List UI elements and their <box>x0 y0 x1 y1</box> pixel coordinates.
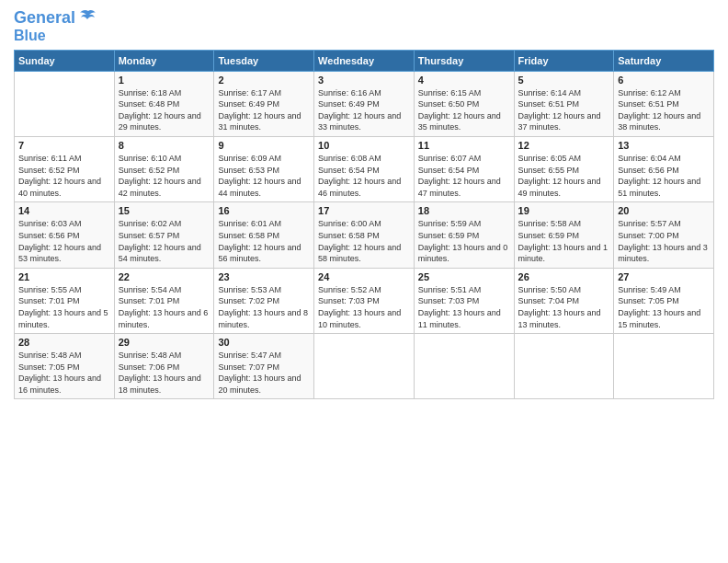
day-number: 22 <box>119 271 210 282</box>
day-info: Sunrise: 6:09 AMSunset: 6:53 PMDaylight:… <box>218 153 310 199</box>
day-info: Sunrise: 6:02 AMSunset: 6:57 PMDaylight:… <box>119 218 210 264</box>
day-info: Sunrise: 6:17 AMSunset: 6:49 PMDaylight:… <box>218 87 310 133</box>
logo-blue-text: Blue <box>14 28 46 44</box>
logo-text: General <box>14 9 75 28</box>
calendar-cell: 29 Sunrise: 5:48 AMSunset: 7:06 PMDaylig… <box>114 334 214 399</box>
calendar-cell: 15 Sunrise: 6:02 AMSunset: 6:57 PMDaylig… <box>114 202 214 268</box>
day-number: 11 <box>418 140 510 151</box>
day-info: Sunrise: 6:18 AMSunset: 6:48 PMDaylight:… <box>119 87 210 133</box>
calendar-cell: 1 Sunrise: 6:18 AMSunset: 6:48 PMDayligh… <box>114 71 214 136</box>
day-info: Sunrise: 5:48 AMSunset: 7:05 PMDaylight:… <box>18 350 110 396</box>
day-number: 15 <box>119 205 210 216</box>
day-info: Sunrise: 6:05 AMSunset: 6:55 PMDaylight:… <box>518 153 610 199</box>
day-number: 24 <box>318 271 410 282</box>
day-number: 5 <box>518 75 610 86</box>
day-info: Sunrise: 6:04 AMSunset: 6:56 PMDaylight:… <box>618 153 710 199</box>
day-number: 9 <box>218 140 310 151</box>
day-header: Tuesday <box>214 50 314 71</box>
day-info: Sunrise: 6:10 AMSunset: 6:52 PMDaylight:… <box>119 153 210 199</box>
day-info: Sunrise: 5:55 AMSunset: 7:01 PMDaylight:… <box>18 284 110 330</box>
day-info: Sunrise: 6:07 AMSunset: 6:54 PMDaylight:… <box>418 153 510 199</box>
calendar-cell: 2 Sunrise: 6:17 AMSunset: 6:49 PMDayligh… <box>214 71 314 136</box>
day-number: 30 <box>218 337 310 348</box>
day-info: Sunrise: 6:01 AMSunset: 6:58 PMDaylight:… <box>218 218 310 264</box>
calendar-cell: 14 Sunrise: 6:03 AMSunset: 6:56 PMDaylig… <box>15 202 115 268</box>
day-info: Sunrise: 5:53 AMSunset: 7:02 PMDaylight:… <box>218 284 310 330</box>
calendar-cell: 8 Sunrise: 6:10 AMSunset: 6:52 PMDayligh… <box>114 136 214 201</box>
day-number: 29 <box>119 337 210 348</box>
calendar-cell: 22 Sunrise: 5:54 AMSunset: 7:01 PMDaylig… <box>114 268 214 333</box>
day-info: Sunrise: 5:47 AMSunset: 7:07 PMDaylight:… <box>218 350 310 396</box>
logo-bird-icon <box>77 9 97 28</box>
calendar-cell: 25 Sunrise: 5:51 AMSunset: 7:03 PMDaylig… <box>414 268 514 333</box>
calendar-cell: 24 Sunrise: 5:52 AMSunset: 7:03 PMDaylig… <box>314 268 415 333</box>
calendar-cell: 16 Sunrise: 6:01 AMSunset: 6:58 PMDaylig… <box>214 202 314 268</box>
day-number: 23 <box>218 271 310 282</box>
day-header: Saturday <box>614 50 714 71</box>
day-number: 28 <box>18 337 110 348</box>
calendar-cell: 10 Sunrise: 6:08 AMSunset: 6:54 PMDaylig… <box>314 136 415 201</box>
calendar-cell <box>414 334 514 399</box>
day-info: Sunrise: 6:15 AMSunset: 6:50 PMDaylight:… <box>418 87 510 133</box>
calendar-cell: 27 Sunrise: 5:49 AMSunset: 7:05 PMDaylig… <box>614 268 714 333</box>
day-info: Sunrise: 5:59 AMSunset: 6:59 PMDaylight:… <box>418 218 510 264</box>
day-number: 18 <box>418 205 510 216</box>
calendar-cell: 5 Sunrise: 6:14 AMSunset: 6:51 PMDayligh… <box>514 71 614 136</box>
day-info: Sunrise: 5:54 AMSunset: 7:01 PMDaylight:… <box>119 284 210 330</box>
day-number: 14 <box>18 205 110 216</box>
day-number: 13 <box>618 140 710 151</box>
calendar-cell: 30 Sunrise: 5:47 AMSunset: 7:07 PMDaylig… <box>214 334 314 399</box>
day-number: 21 <box>18 271 110 282</box>
calendar-cell <box>614 334 714 399</box>
day-info: Sunrise: 5:52 AMSunset: 7:03 PMDaylight:… <box>318 284 410 330</box>
day-number: 2 <box>218 75 310 86</box>
calendar-cell: 13 Sunrise: 6:04 AMSunset: 6:56 PMDaylig… <box>614 136 714 201</box>
day-number: 17 <box>318 205 410 216</box>
day-info: Sunrise: 5:50 AMSunset: 7:04 PMDaylight:… <box>518 284 610 330</box>
calendar-cell: 17 Sunrise: 6:00 AMSunset: 6:58 PMDaylig… <box>314 202 415 268</box>
day-number: 25 <box>418 271 510 282</box>
day-info: Sunrise: 5:49 AMSunset: 7:05 PMDaylight:… <box>618 284 710 330</box>
day-info: Sunrise: 5:57 AMSunset: 7:00 PMDaylight:… <box>618 218 710 264</box>
day-info: Sunrise: 6:11 AMSunset: 6:52 PMDaylight:… <box>18 153 110 199</box>
day-number: 26 <box>518 271 610 282</box>
day-number: 19 <box>518 205 610 216</box>
calendar-cell <box>314 334 415 399</box>
day-number: 3 <box>318 75 410 86</box>
day-number: 20 <box>618 205 710 216</box>
day-info: Sunrise: 6:00 AMSunset: 6:58 PMDaylight:… <box>318 218 410 264</box>
calendar-cell: 20 Sunrise: 5:57 AMSunset: 7:00 PMDaylig… <box>614 202 714 268</box>
day-header: Sunday <box>15 50 115 71</box>
day-number: 6 <box>618 75 710 86</box>
top-row: General Blue <box>14 9 714 46</box>
calendar-cell: 23 Sunrise: 5:53 AMSunset: 7:02 PMDaylig… <box>214 268 314 333</box>
day-header: Friday <box>514 50 614 71</box>
calendar-cell: 3 Sunrise: 6:16 AMSunset: 6:49 PMDayligh… <box>314 71 415 136</box>
day-info: Sunrise: 6:12 AMSunset: 6:51 PMDaylight:… <box>618 87 710 133</box>
day-info: Sunrise: 5:58 AMSunset: 6:59 PMDaylight:… <box>518 218 610 264</box>
day-info: Sunrise: 6:14 AMSunset: 6:51 PMDaylight:… <box>518 87 610 133</box>
calendar-cell: 19 Sunrise: 5:58 AMSunset: 6:59 PMDaylig… <box>514 202 614 268</box>
calendar-cell <box>15 71 115 136</box>
calendar-cell: 21 Sunrise: 5:55 AMSunset: 7:01 PMDaylig… <box>15 268 115 333</box>
day-info: Sunrise: 5:51 AMSunset: 7:03 PMDaylight:… <box>418 284 510 330</box>
calendar-cell: 11 Sunrise: 6:07 AMSunset: 6:54 PMDaylig… <box>414 136 514 201</box>
day-number: 7 <box>18 140 110 151</box>
day-number: 16 <box>218 205 310 216</box>
page: General Blue SundayMondayTuesdayWednesda… <box>0 0 728 408</box>
day-info: Sunrise: 6:03 AMSunset: 6:56 PMDaylight:… <box>18 218 110 264</box>
calendar-cell: 12 Sunrise: 6:05 AMSunset: 6:55 PMDaylig… <box>514 136 614 201</box>
day-info: Sunrise: 6:16 AMSunset: 6:49 PMDaylight:… <box>318 87 410 133</box>
logo: General Blue <box>14 9 97 44</box>
day-number: 27 <box>618 271 710 282</box>
calendar-cell: 7 Sunrise: 6:11 AMSunset: 6:52 PMDayligh… <box>15 136 115 201</box>
day-number: 12 <box>518 140 610 151</box>
calendar-cell <box>514 334 614 399</box>
day-number: 8 <box>119 140 210 151</box>
day-info: Sunrise: 6:08 AMSunset: 6:54 PMDaylight:… <box>318 153 410 199</box>
day-header: Thursday <box>414 50 514 71</box>
calendar-cell: 18 Sunrise: 5:59 AMSunset: 6:59 PMDaylig… <box>414 202 514 268</box>
day-number: 1 <box>119 75 210 86</box>
calendar-cell: 9 Sunrise: 6:09 AMSunset: 6:53 PMDayligh… <box>214 136 314 201</box>
calendar-cell: 6 Sunrise: 6:12 AMSunset: 6:51 PMDayligh… <box>614 71 714 136</box>
